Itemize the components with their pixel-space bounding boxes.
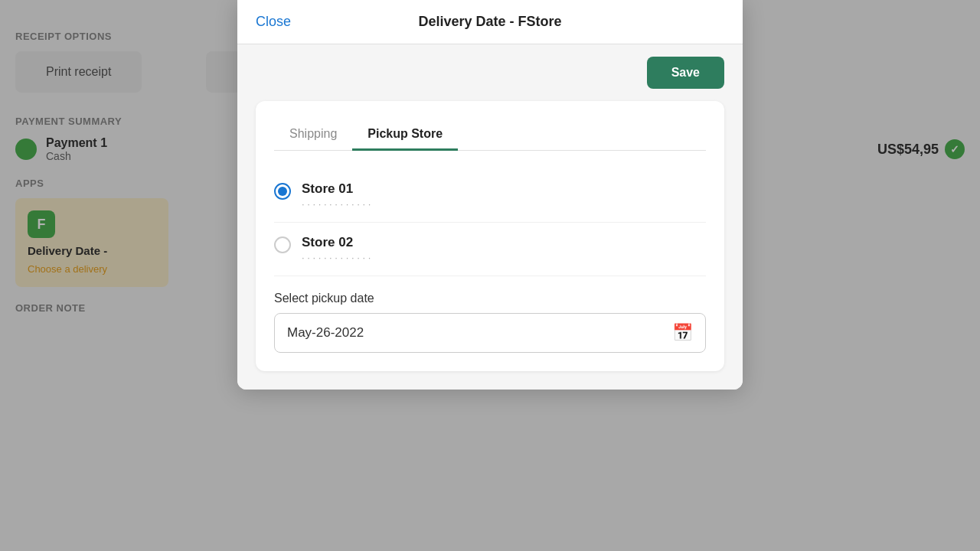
save-button[interactable]: Save <box>647 57 724 89</box>
store-01-content: Store 01 · · · · · · · · · · · · · <box>302 181 371 210</box>
close-button[interactable]: Close <box>256 14 291 30</box>
modal-body: Save Shipping Pickup Store Store 01 · · … <box>237 44 743 390</box>
modal: Close Delivery Date - FStore Save Shippi… <box>237 0 743 390</box>
tab-pickup-store[interactable]: Pickup Store <box>352 119 458 151</box>
tab-shipping[interactable]: Shipping <box>274 119 352 151</box>
modal-header: Close Delivery Date - FStore <box>237 0 743 44</box>
save-row: Save <box>256 57 724 89</box>
store-01-label: Store 01 <box>302 181 371 197</box>
store-02-option[interactable]: Store 02 · · · · · · · · · · · · · <box>274 223 706 276</box>
date-picker-section: Select pickup date May-26-2022 📅 <box>274 292 706 353</box>
calendar-icon[interactable]: 📅 <box>672 323 693 343</box>
store-02-radio[interactable] <box>274 236 291 253</box>
date-input-row[interactable]: May-26-2022 📅 <box>274 313 706 353</box>
store-01-radio[interactable] <box>274 183 291 200</box>
store-01-sublabel: · · · · · · · · · · · · · <box>302 198 371 210</box>
modal-overlay: Close Delivery Date - FStore Save Shippi… <box>0 0 980 551</box>
store-02-content: Store 02 · · · · · · · · · · · · · <box>302 235 371 263</box>
modal-title: Delivery Date - FStore <box>418 14 561 30</box>
store-02-label: Store 02 <box>302 235 371 250</box>
tab-bar: Shipping Pickup Store <box>274 119 706 151</box>
store-01-option[interactable]: Store 01 · · · · · · · · · · · · · <box>274 169 706 223</box>
modal-card: Shipping Pickup Store Store 01 · · · · ·… <box>256 101 724 371</box>
date-section-label: Select pickup date <box>274 292 706 305</box>
date-value: May-26-2022 <box>287 325 672 341</box>
store-02-sublabel: · · · · · · · · · · · · · <box>302 252 371 263</box>
